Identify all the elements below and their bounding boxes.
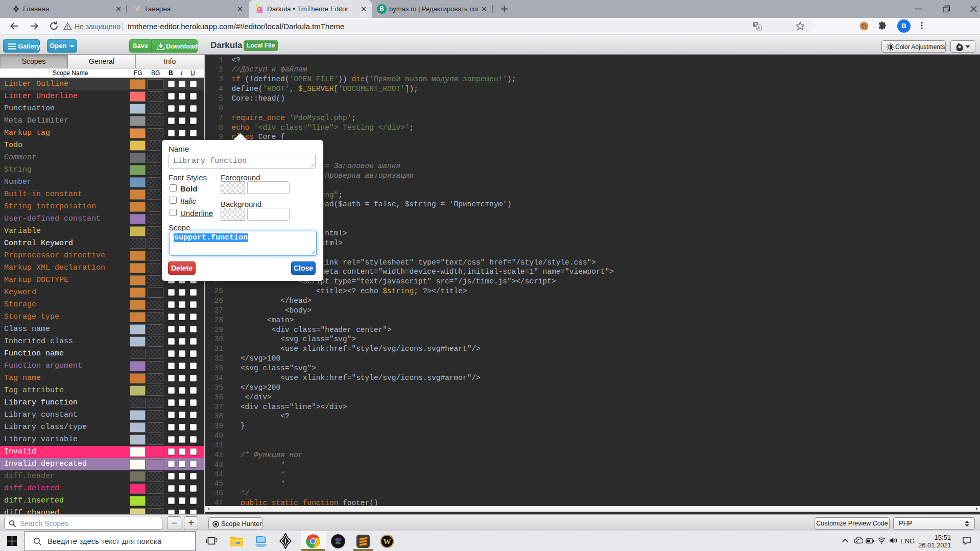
svg-text:W: W — [384, 538, 391, 546]
